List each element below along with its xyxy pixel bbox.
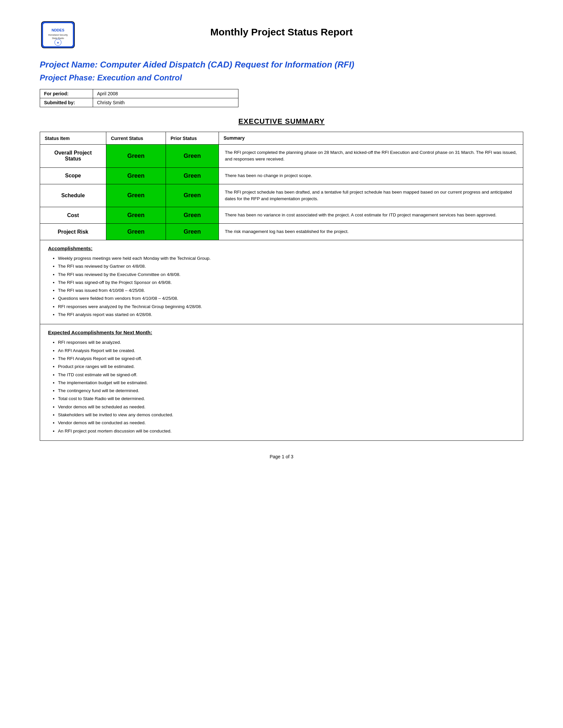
- list-item: The RFI analysis report was started on 4…: [58, 311, 515, 319]
- table-row: ScopeGreenGreenThere has been no change …: [40, 167, 523, 184]
- header-status-item: Status Item: [40, 132, 106, 145]
- accomplishments-list: Weekly progress meetings were held each …: [48, 254, 515, 319]
- list-item: The contingency fund will be determined.: [58, 387, 515, 395]
- list-item: The implementation budget will be estima…: [58, 379, 515, 387]
- svg-text:Homeland Security: Homeland Security: [48, 34, 68, 36]
- project-phase: Project Phase: Execution and Control: [40, 73, 523, 82]
- summary-cell: There has been no variance in cost assoc…: [219, 207, 523, 224]
- current-status-cell: Green: [106, 207, 166, 224]
- current-status-cell: Green: [106, 224, 166, 240]
- header-prior-status: Prior Status: [166, 132, 219, 145]
- table-row: CostGreenGreenThere has been no variance…: [40, 207, 523, 224]
- status-item-cell: Schedule: [40, 184, 106, 207]
- expected-list: RFI responses will be analyzed.An RFI An…: [48, 339, 515, 435]
- list-item: Questions were fielded from vendors from…: [58, 295, 515, 302]
- summary-cell: The RFI project schedule has been drafte…: [219, 184, 523, 207]
- page-header: NDDES Homeland Security State Radio ★ Mo…: [40, 20, 523, 50]
- list-item: An RFI Analysis Report will be created.: [58, 347, 515, 355]
- table-row: Project RiskGreenGreenThe risk managemen…: [40, 224, 523, 240]
- current-status-cell: Green: [106, 184, 166, 207]
- list-item: RFI responses will be analyzed.: [58, 339, 515, 346]
- status-item-cell: Cost: [40, 207, 106, 224]
- accomplishments-title: Accomplishments:: [48, 246, 515, 251]
- summary-cell: The risk management log has been establi…: [219, 224, 523, 240]
- list-item: The RFI was issued from 4/10/08 – 4/25/0…: [58, 287, 515, 295]
- expected-title: Expected Accomplishments for Next Month:: [48, 330, 515, 335]
- table-row: Overall Project StatusGreenGreenThe RFI …: [40, 145, 523, 168]
- prior-status-cell: Green: [166, 224, 219, 240]
- prior-status-cell: Green: [166, 145, 219, 168]
- list-item: The RFI Analysis Report will be signed-o…: [58, 355, 515, 363]
- info-table: For period: April 2008 Submitted by: Chr…: [40, 89, 238, 107]
- status-item-cell: Project Risk: [40, 224, 106, 240]
- list-item: Total cost to State Radio will be determ…: [58, 395, 515, 403]
- report-title: Monthly Project Status Report: [76, 26, 523, 38]
- info-row-period: For period: April 2008: [40, 89, 238, 98]
- list-item: Product price ranges will be estimated.: [58, 363, 515, 371]
- project-name: Project Name: Computer Aided Dispatch (C…: [40, 60, 523, 70]
- list-item: The RFI was signed-off by the Project Sp…: [58, 279, 515, 287]
- list-item: An RFI project post mortem discussion wi…: [58, 427, 515, 435]
- prior-status-cell: Green: [166, 167, 219, 184]
- header-summary: Summary: [219, 132, 523, 145]
- list-item: Stakeholders will be invited to view any…: [58, 411, 515, 419]
- period-value: April 2008: [93, 89, 238, 98]
- prior-status-cell: Green: [166, 184, 219, 207]
- list-item: The RFI was reviewed by Gartner on 4/8/0…: [58, 262, 515, 270]
- current-status-cell: Green: [106, 145, 166, 168]
- summary-cell: There has been no change in project scop…: [219, 167, 523, 184]
- page-number: Page 1 of 3: [269, 454, 294, 459]
- prior-status-cell: Green: [166, 207, 219, 224]
- list-item: Vendor demos will be conducted as needed…: [58, 419, 515, 427]
- status-item-cell: Scope: [40, 167, 106, 184]
- summary-cell: The RFI project completed the planning p…: [219, 145, 523, 168]
- list-item: The ITD cost estimate will be signed-off…: [58, 371, 515, 379]
- table-row: ScheduleGreenGreenThe RFI project schedu…: [40, 184, 523, 207]
- current-status-cell: Green: [106, 167, 166, 184]
- logo: NDDES Homeland Security State Radio ★: [40, 20, 76, 50]
- submitted-value: Christy Smith: [93, 98, 238, 107]
- header-current-status: Current Status: [106, 132, 166, 145]
- svg-text:NDDES: NDDES: [52, 28, 65, 32]
- table-header-row: Status Item Current Status Prior Status …: [40, 132, 523, 145]
- list-item: Vendor demos will be scheduled as needed…: [58, 403, 515, 411]
- list-item: RFI responses were analyzed by the Techn…: [58, 303, 515, 311]
- status-item-cell: Overall Project Status: [40, 145, 106, 168]
- svg-text:★: ★: [57, 41, 59, 44]
- page-footer: Page 1 of 3: [40, 454, 523, 459]
- accomplishments-section: Accomplishments: Weekly progress meeting…: [40, 240, 523, 324]
- info-row-submitted: Submitted by: Christy Smith: [40, 98, 238, 107]
- executive-summary-title: EXECUTIVE SUMMARY: [40, 117, 523, 126]
- list-item: Weekly progress meetings were held each …: [58, 254, 515, 262]
- list-item: The RFI was reviewed by the Executive Co…: [58, 271, 515, 279]
- submitted-label: Submitted by:: [40, 98, 93, 107]
- period-label: For period:: [40, 89, 93, 98]
- status-table: Status Item Current Status Prior Status …: [40, 132, 523, 240]
- expected-accomplishments-section: Expected Accomplishments for Next Month:…: [40, 324, 523, 441]
